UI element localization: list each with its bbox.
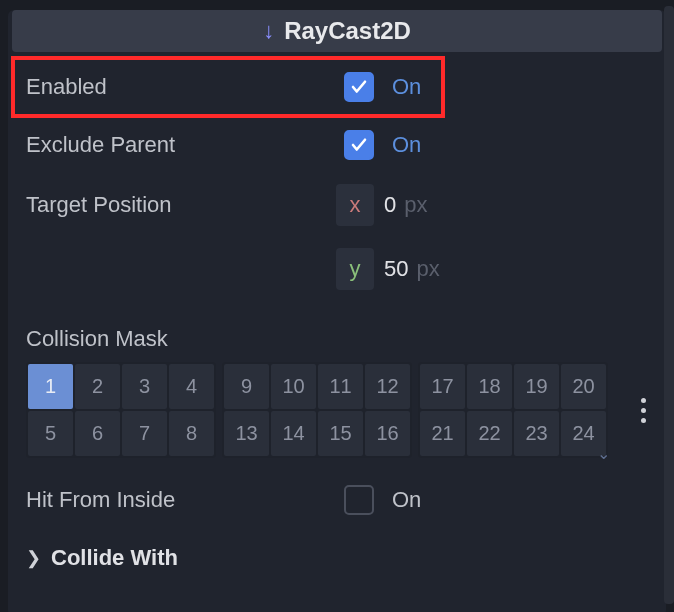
property-collide-with[interactable]: ❯ Collide With: [8, 529, 666, 587]
mask-layer-5[interactable]: 5: [28, 411, 73, 456]
hit-from-inside-checkbox[interactable]: [344, 485, 374, 515]
collision-mask-label: Collision Mask: [8, 304, 666, 362]
mask-group: 12345678: [26, 362, 216, 458]
enabled-on-text: On: [392, 74, 421, 100]
chevron-right-icon: ❯: [26, 547, 41, 569]
mask-layer-13[interactable]: 13: [224, 411, 269, 456]
mask-layer-15[interactable]: 15: [318, 411, 363, 456]
property-target-position-y: y 50 px: [8, 232, 666, 304]
section-title: RayCast2D: [284, 17, 411, 45]
axis-x-badge: x: [336, 184, 374, 226]
exclude-parent-on-text: On: [392, 132, 421, 158]
exclude-parent-label: Exclude Parent: [26, 132, 336, 158]
target-y-value[interactable]: 50: [384, 256, 408, 282]
target-y-unit: px: [416, 256, 439, 282]
exclude-parent-checkbox[interactable]: [344, 130, 374, 160]
collide-with-label: Collide With: [51, 545, 648, 571]
target-x-value[interactable]: 0: [384, 192, 396, 218]
mask-groups: 123456789101112131415161718192021222324: [26, 362, 608, 458]
mask-layer-16[interactable]: 16: [365, 411, 410, 456]
mask-layer-23[interactable]: 23: [514, 411, 559, 456]
mask-layer-1[interactable]: 1: [28, 364, 73, 409]
hit-from-inside-label: Hit From Inside: [26, 487, 336, 513]
arrow-down-icon: ↓: [263, 18, 274, 44]
mask-layer-21[interactable]: 21: [420, 411, 465, 456]
property-target-position-x: Target Position x 0 px: [8, 174, 666, 232]
collision-mask-grid: 123456789101112131415161718192021222324: [8, 362, 666, 458]
axis-y-badge: y: [336, 248, 374, 290]
mask-controls: [641, 398, 652, 423]
scrollbar[interactable]: [664, 6, 674, 604]
mask-layer-6[interactable]: 6: [75, 411, 120, 456]
mask-layer-7[interactable]: 7: [122, 411, 167, 456]
mask-layer-19[interactable]: 19: [514, 364, 559, 409]
property-hit-from-inside: Hit From Inside On: [8, 463, 666, 529]
target-x-unit: px: [404, 192, 427, 218]
inspector-panel: ↓ RayCast2D Enabled On Exclude Parent On…: [8, 10, 666, 612]
mask-layer-11[interactable]: 11: [318, 364, 363, 409]
mask-layer-22[interactable]: 22: [467, 411, 512, 456]
enabled-checkbox[interactable]: [344, 72, 374, 102]
mask-layer-10[interactable]: 10: [271, 364, 316, 409]
mask-layer-18[interactable]: 18: [467, 364, 512, 409]
check-icon: [350, 78, 368, 96]
hit-from-inside-on-text: On: [392, 487, 421, 513]
mask-layer-3[interactable]: 3: [122, 364, 167, 409]
enabled-label: Enabled: [26, 74, 336, 100]
mask-layer-2[interactable]: 2: [75, 364, 120, 409]
mask-layer-4[interactable]: 4: [169, 364, 214, 409]
check-icon: [350, 136, 368, 154]
mask-layer-12[interactable]: 12: [365, 364, 410, 409]
section-header[interactable]: ↓ RayCast2D: [12, 10, 662, 52]
mask-group: 1718192021222324: [418, 362, 608, 458]
mask-layer-8[interactable]: 8: [169, 411, 214, 456]
property-enabled: Enabled On: [8, 52, 666, 116]
mask-layer-20[interactable]: 20: [561, 364, 606, 409]
mask-layer-9[interactable]: 9: [224, 364, 269, 409]
mask-layer-17[interactable]: 17: [420, 364, 465, 409]
more-menu-icon[interactable]: [641, 398, 646, 423]
property-exclude-parent: Exclude Parent On: [8, 116, 666, 174]
expand-mask-icon[interactable]: ⌄: [597, 444, 610, 463]
target-position-label: Target Position: [26, 192, 336, 218]
mask-layer-14[interactable]: 14: [271, 411, 316, 456]
mask-group: 910111213141516: [222, 362, 412, 458]
